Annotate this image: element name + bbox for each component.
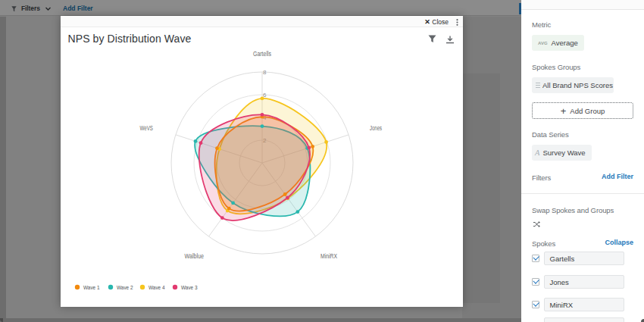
svg-text:Walblue: Walblue [185,252,205,260]
svg-text:Jones: Jones [370,124,382,132]
svg-text:Wave 3: Wave 3 [181,284,198,291]
svg-text:Wave 4: Wave 4 [148,284,165,291]
svg-text:6: 6 [263,92,267,98]
svg-text:Wave 1: Wave 1 [83,284,100,291]
svg-text:Wave 2: Wave 2 [117,284,133,291]
svg-text:8: 8 [263,69,267,76]
svg-text:Gartells: Gartells [253,50,271,58]
svg-text:WeVS: WeVS [140,124,154,132]
svg-text:MiniRX: MiniRX [320,252,337,260]
